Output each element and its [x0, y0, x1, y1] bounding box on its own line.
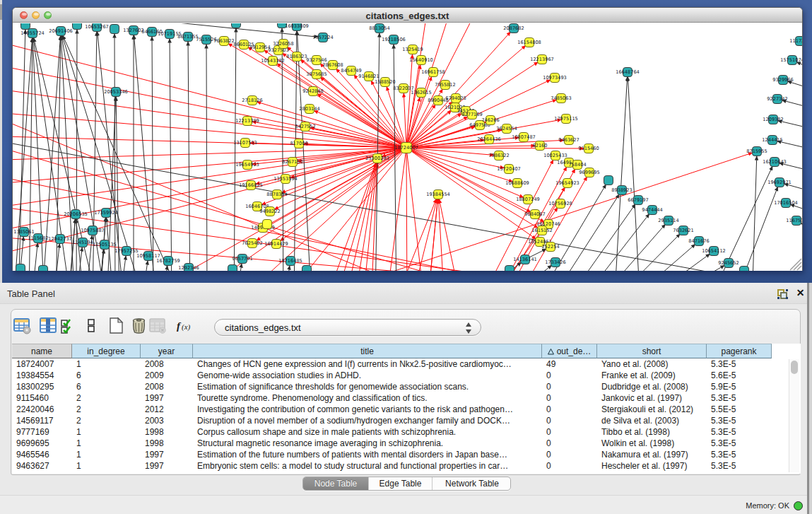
graph-node[interactable]	[21, 23, 30, 30]
cell-pagerank[interactable]: 5.3E-5	[707, 426, 772, 438]
citation-edge-red[interactable]	[280, 148, 406, 271]
cell-title[interactable]: Investigating the contribution of common…	[193, 404, 542, 415]
cell-out_de[interactable]: 49	[542, 358, 597, 370]
citation-edge-black[interactable]	[796, 62, 802, 70]
graph-node[interactable]	[73, 23, 82, 30]
cell-year[interactable]: 2009	[141, 370, 193, 381]
cell-name[interactable]: 19384554	[12, 370, 72, 381]
network-graph-canvas[interactable]: 1405572420691406106532671327602846616010…	[13, 23, 802, 271]
citation-edge-black[interactable]	[283, 266, 290, 271]
cell-in_degree[interactable]: 1	[72, 358, 141, 370]
cell-out_de[interactable]: 0	[542, 392, 597, 404]
citation-edge-black[interactable]	[188, 42, 190, 271]
graph-node[interactable]	[604, 176, 613, 185]
cell-name[interactable]: 9777169	[12, 426, 72, 438]
tab-network-table[interactable]: Network Table	[432, 477, 511, 491]
graph-node[interactable]	[302, 266, 312, 271]
table-row[interactable]: 1938455462009Genome-wide association stu…	[12, 370, 789, 381]
show-columns-button[interactable]	[40, 317, 58, 335]
cell-title[interactable]: Estimation of significance thresholds fo…	[193, 381, 542, 392]
cell-short[interactable]: Dudbridge et al. (2008)	[597, 381, 707, 392]
scrollbar-thumb[interactable]	[791, 361, 798, 374]
graph-node[interactable]	[228, 265, 237, 271]
citation-edge-black[interactable]	[614, 77, 628, 271]
citation-edge-black[interactable]	[161, 266, 167, 271]
cell-short[interactable]: Hescheler et al. (1997)	[597, 460, 707, 472]
cell-short[interactable]: Wolkin et al. (1998)	[597, 438, 707, 449]
table-row[interactable]: 1872400712008Changes of HCN gene express…	[12, 358, 789, 370]
cell-name[interactable]: 18300295	[12, 381, 72, 392]
cell-name[interactable]: 9699695	[12, 438, 72, 449]
table-row[interactable]: 2242004622012Investigating the contribut…	[12, 404, 789, 415]
column-header-title[interactable]: title	[193, 344, 542, 358]
cell-in_degree[interactable]: 1	[72, 438, 141, 449]
table-row[interactable]: 977716911998Corpus callosum shape and si…	[12, 426, 789, 438]
cell-out_de[interactable]: 0	[542, 460, 597, 472]
cell-pagerank[interactable]: 5.5E-5	[707, 404, 772, 415]
citation-edge-black[interactable]	[625, 245, 695, 271]
cell-pagerank[interactable]: 5.6E-5	[707, 370, 772, 381]
table-settings-button[interactable]	[13, 317, 32, 335]
citation-edge-red[interactable]	[394, 199, 436, 271]
graph-node[interactable]	[263, 220, 272, 229]
cell-short[interactable]: Jankovic et al. (1997)	[597, 392, 707, 404]
cell-year[interactable]: 2003	[141, 415, 193, 426]
cell-title[interactable]: Structural magnetic resonance image aver…	[193, 438, 542, 449]
cell-name[interactable]: 14569117	[12, 415, 72, 426]
window-resize-grip[interactable]	[790, 259, 801, 270]
cell-short[interactable]: de Silva et al. (2003)	[597, 415, 707, 426]
table-row[interactable]: 911546021997Tourette syndrome. Phenomeno…	[12, 392, 789, 404]
column-header-year[interactable]: year	[141, 344, 193, 358]
cell-title[interactable]: Tourette syndrome. Phenomenology and cla…	[193, 392, 542, 404]
cell-year[interactable]: 2012	[141, 404, 193, 415]
cell-short[interactable]: Yano et al. (2008)	[597, 358, 707, 370]
graph-node[interactable]	[505, 266, 514, 271]
citation-edge-red[interactable]	[406, 148, 407, 271]
cell-year[interactable]: 2008	[141, 381, 193, 392]
citation-edge-black[interactable]	[495, 265, 552, 271]
cell-short[interactable]: Franke et al. (2009)	[597, 370, 707, 381]
cell-pagerank[interactable]: 5.3E-5	[707, 438, 772, 449]
tab-edge-table[interactable]: Edge Table	[368, 477, 432, 491]
citation-edge-red[interactable]	[404, 93, 406, 148]
citation-edge-red[interactable]	[317, 94, 406, 148]
citation-edge-black[interactable]	[141, 261, 148, 271]
row-height-button[interactable]	[83, 317, 101, 335]
cell-in_degree[interactable]: 1	[72, 460, 141, 472]
column-header-short[interactable]: short	[597, 344, 707, 358]
citation-edge-black[interactable]	[206, 45, 207, 271]
citation-edge-red[interactable]	[406, 148, 494, 155]
cell-in_degree[interactable]: 6	[72, 381, 141, 392]
table-row[interactable]: 969969511998Structural magnetic resonanc…	[12, 438, 789, 449]
table-vertical-scrollbar[interactable]	[789, 359, 799, 472]
cell-out_de[interactable]: 0	[542, 381, 597, 392]
citation-edge-red[interactable]	[406, 148, 425, 271]
citation-edge-black[interactable]	[732, 187, 777, 271]
cell-in_degree[interactable]: 1	[72, 449, 141, 460]
cell-year[interactable]: 1997	[141, 392, 193, 404]
cell-year[interactable]: 2008	[141, 358, 193, 370]
cell-in_degree[interactable]: 1	[72, 426, 141, 438]
graph-node[interactable]	[740, 267, 749, 271]
graph-node[interactable]	[39, 266, 48, 271]
network-table-selector[interactable]: citations_edges.txt	[214, 319, 481, 336]
cell-out_de[interactable]: 0	[542, 404, 597, 415]
cell-pagerank[interactable]: 5.3E-5	[707, 449, 772, 460]
citation-edge-red[interactable]	[406, 148, 584, 148]
cell-pagerank[interactable]: 5.9E-5	[707, 381, 772, 392]
table-row[interactable]: 946554611997Estimation of the future num…	[12, 449, 789, 460]
cell-in_degree[interactable]: 2	[72, 392, 141, 404]
graph-node[interactable]	[232, 23, 241, 28]
cell-title[interactable]: Embryonic stem cells: a model to study s…	[193, 460, 542, 472]
cell-out_de[interactable]: 0	[542, 449, 597, 460]
cell-out_de[interactable]: 0	[542, 370, 597, 381]
column-header-in_degree[interactable]: in_degree	[72, 344, 141, 358]
column-header-out_de[interactable]: out_de…	[542, 344, 597, 358]
column-header-name[interactable]: name	[12, 344, 72, 358]
cell-name[interactable]: 18724007	[12, 358, 72, 370]
citation-edge-red[interactable]	[428, 199, 437, 271]
cell-year[interactable]: 1998	[141, 426, 193, 438]
citation-edge-red[interactable]	[439, 199, 461, 271]
cell-pagerank[interactable]: 5.3E-5	[707, 392, 772, 404]
cell-out_de[interactable]: 0	[542, 438, 597, 449]
